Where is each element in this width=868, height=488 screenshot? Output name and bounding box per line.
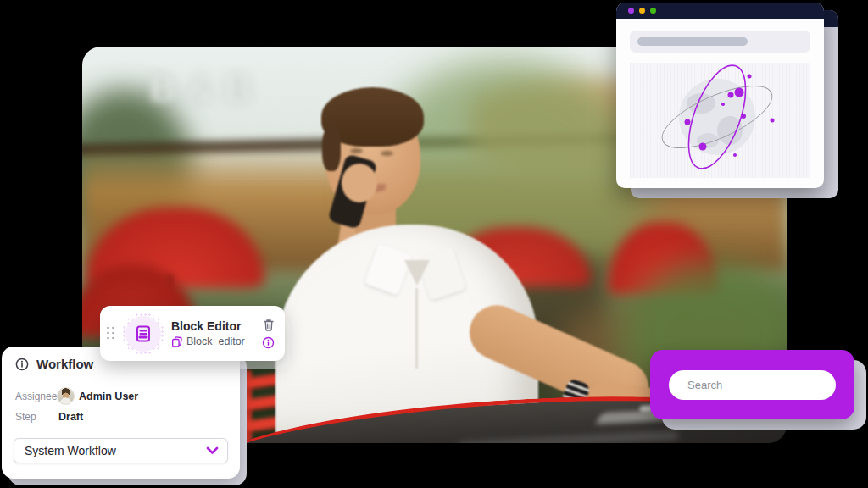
- assignee-label: Assignee: [15, 391, 57, 402]
- man-eye: [381, 151, 393, 156]
- block-icon-halo: [122, 313, 164, 355]
- trash-button[interactable]: [263, 319, 275, 331]
- step-label: Step: [15, 411, 57, 423]
- workflow-title: Workflow: [36, 357, 93, 371]
- chevron-down-icon: [206, 446, 219, 455]
- search-input[interactable]: [686, 378, 838, 392]
- block-editor-card[interactable]: Block Editor Block_editor: [100, 306, 285, 361]
- step-row: Step Draft: [15, 411, 226, 423]
- book-icon: [125, 316, 161, 352]
- assignee-row: Assignee Admin User: [15, 387, 226, 405]
- polo-collar-v: [404, 260, 430, 286]
- block-editor-title: Block Editor: [171, 319, 245, 333]
- window-dot-green-icon[interactable]: [650, 8, 656, 14]
- step-value: Draft: [58, 411, 83, 423]
- info-button[interactable]: [262, 336, 275, 349]
- workflow-select[interactable]: System Workflow: [14, 438, 228, 463]
- address-bar-placeholder-pill: [637, 37, 748, 46]
- browser-window-mockup: [616, 3, 824, 188]
- copy-icon: [171, 336, 182, 347]
- trash-icon: [263, 319, 275, 331]
- polo-placket: [415, 288, 418, 369]
- search-input-wrap[interactable]: [669, 370, 836, 400]
- page: B&B: [0, 0, 868, 488]
- info-icon: [262, 336, 275, 349]
- assignee-value: Admin User: [79, 391, 138, 402]
- assignee-avatar: [57, 387, 75, 405]
- block-editor-texts: Block Editor Block_editor: [171, 319, 245, 347]
- search-card: [650, 350, 854, 419]
- block-editor-file-label: Block_editor: [186, 336, 245, 347]
- block-editor-actions: [262, 319, 275, 349]
- man-hair-side: [322, 127, 341, 171]
- window-dot-purple-icon[interactable]: [628, 8, 634, 14]
- browser-address-bar[interactable]: [630, 30, 810, 53]
- drag-handle-icon[interactable]: [107, 327, 115, 341]
- workflow-select-value: System Workflow: [25, 444, 206, 458]
- browser-titlebar: [616, 3, 824, 19]
- browser-content-area: [630, 63, 810, 178]
- info-icon: [15, 358, 29, 371]
- block-editor-file-row: Block_editor: [171, 336, 245, 347]
- network-globe-graphic: [630, 63, 810, 178]
- window-dot-yellow-icon[interactable]: [639, 8, 645, 14]
- man-hand-holding-phone: [342, 164, 377, 202]
- table-reflection: [459, 431, 679, 443]
- man-eye: [350, 148, 363, 153]
